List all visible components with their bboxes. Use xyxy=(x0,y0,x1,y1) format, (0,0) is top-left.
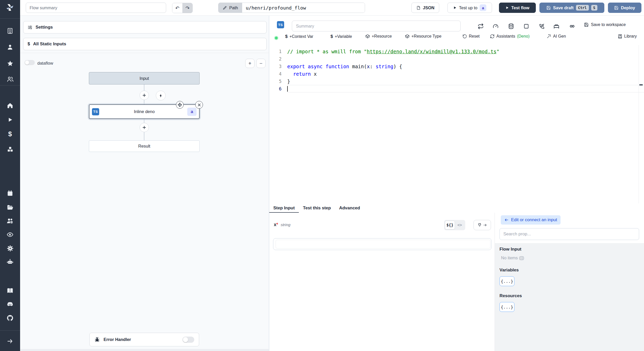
refresh-icon xyxy=(490,34,495,39)
groups-users-cog-icon[interactable] xyxy=(0,217,20,225)
horizontal-scrollbar[interactable] xyxy=(20,349,269,351)
editor-actions-row: $ +Context Var $ +Variable +Resource +Re… xyxy=(269,31,644,45)
error-handler-node[interactable]: Error Handler xyxy=(89,333,199,346)
flow-node-result[interactable]: Result xyxy=(89,140,200,152)
code-line-2[interactable]: 2 xyxy=(269,55,644,63)
windmill-flow-editor: $ xyxy=(0,0,644,351)
path-input[interactable] xyxy=(242,3,365,13)
discord-icon[interactable] xyxy=(0,300,20,309)
settings-gear-icon[interactable] xyxy=(0,244,20,253)
users-icon[interactable] xyxy=(0,75,20,83)
code-line-3[interactable]: 3export async function main(x: string) { xyxy=(269,63,644,70)
concurrency-infinity-icon[interactable] xyxy=(569,23,575,30)
arrow-left-icon xyxy=(504,218,509,222)
dollar-icon: $ xyxy=(285,34,287,39)
code-line-5[interactable]: 5} xyxy=(269,78,644,85)
connect-input-button[interactable] xyxy=(473,220,491,230)
star-icon[interactable] xyxy=(0,59,20,68)
add-resource-button[interactable]: +Resource xyxy=(365,34,392,39)
search-prop-input[interactable] xyxy=(499,228,639,240)
json-button[interactable]: JSON xyxy=(411,3,439,13)
resources-cubes-icon[interactable] xyxy=(0,145,20,153)
dataflow-toggle[interactable] xyxy=(24,60,35,65)
flow-settings-button[interactable]: Settings xyxy=(23,21,267,33)
arg-name: x* xyxy=(274,222,278,227)
workspace-building-icon[interactable] xyxy=(0,27,20,35)
template-mode-button[interactable]: ${} xyxy=(445,221,455,229)
add-step-button[interactable] xyxy=(140,91,149,100)
add-step-button-2[interactable] xyxy=(140,123,149,132)
flow-node-input[interactable]: Input xyxy=(89,72,200,84)
lsp-status-dot xyxy=(275,37,278,39)
typescript-badge: TS xyxy=(92,108,99,115)
flow-summary-input[interactable] xyxy=(26,3,166,13)
code-line-4[interactable]: 4 return x xyxy=(269,70,644,78)
code-editor[interactable]: 1// import * as wmill from "https://deno… xyxy=(269,45,644,203)
code-editor-lines: 1// import * as wmill from "https://deno… xyxy=(269,48,644,92)
code-line-1[interactable]: 1// import * as wmill from "https://deno… xyxy=(269,48,644,55)
add-variable-button[interactable]: $ +Variable xyxy=(331,34,352,39)
suspend-phone-incoming-icon[interactable] xyxy=(538,23,545,30)
runs-play-icon[interactable] xyxy=(0,115,20,124)
plus-icon xyxy=(142,93,147,98)
windmill-logo[interactable] xyxy=(0,3,20,12)
add-context-var-button[interactable]: $ +Context Var xyxy=(285,34,313,39)
plug-icon xyxy=(477,223,482,227)
reset-button[interactable]: Reset xyxy=(462,34,480,39)
zoom-out-button[interactable]: − xyxy=(256,59,266,68)
sleep-bed-icon[interactable] xyxy=(553,23,560,30)
tab-advanced[interactable]: Advanced xyxy=(335,203,364,213)
dataflow-label: dataflow xyxy=(37,61,53,66)
robot-icon[interactable] xyxy=(0,258,20,266)
test-up-to-button[interactable]: Test up to a xyxy=(447,3,492,13)
error-handler-toggle[interactable] xyxy=(182,337,194,343)
tab-test-this-step[interactable]: Test this step xyxy=(299,203,335,213)
save-icon xyxy=(584,22,589,27)
github-icon[interactable] xyxy=(0,314,20,322)
gauge-icon[interactable] xyxy=(492,23,499,30)
code-line-6[interactable]: 6 xyxy=(269,85,644,92)
resources-object-chip[interactable]: {...} xyxy=(499,302,514,312)
ai-gen-button[interactable]: AI Gen xyxy=(547,34,566,39)
folders-icon[interactable] xyxy=(0,203,20,212)
step-summary-input[interactable] xyxy=(292,21,461,31)
home-icon[interactable] xyxy=(0,101,20,110)
undo-button[interactable]: ↶ xyxy=(172,3,182,13)
arg-input-wrapper xyxy=(273,238,492,250)
variables-dollar-icon[interactable]: $ xyxy=(0,130,20,138)
deploy-button[interactable]: Deploy xyxy=(608,3,641,13)
all-static-inputs-button[interactable]: $ All Static Inputs xyxy=(23,38,267,50)
tab-step-input[interactable]: Step Input xyxy=(269,203,299,213)
save-draft-button[interactable]: Save draft Ctrl S xyxy=(539,3,604,13)
cursor-overview-mark xyxy=(639,84,643,85)
audit-eye-icon[interactable] xyxy=(0,230,20,239)
redo-button[interactable]: ↷ xyxy=(182,3,192,13)
variables-object-chip[interactable]: {...} xyxy=(499,276,514,286)
error-handler-label: Error Handler xyxy=(104,337,179,342)
library-button[interactable]: Library xyxy=(618,34,637,39)
add-resource-type-button[interactable]: +Resource Type xyxy=(405,34,442,39)
cache-database-icon[interactable] xyxy=(508,23,514,30)
undo-redo-group: ↶ ↷ xyxy=(172,3,193,13)
save-to-workspace-button[interactable]: Save to workspace xyxy=(584,22,626,27)
add-trigger-button[interactable] xyxy=(156,91,166,100)
path-group: Path xyxy=(218,3,365,13)
test-flow-button[interactable]: Test flow xyxy=(499,3,536,13)
editor-scrollbar[interactable] xyxy=(639,45,644,203)
edit-or-connect-button[interactable]: Edit or connect an input xyxy=(501,215,561,225)
arg-value-input[interactable] xyxy=(276,240,490,248)
retry-repeat-icon[interactable] xyxy=(477,23,484,30)
delete-step-button[interactable] xyxy=(195,101,203,109)
expand-arrow-right-icon[interactable] xyxy=(0,337,20,346)
move-step-button[interactable] xyxy=(176,101,184,109)
assistants-button[interactable]: Assistants (Deno) xyxy=(490,34,530,39)
mock-square-icon[interactable] xyxy=(523,23,530,30)
package-icon xyxy=(405,34,410,39)
step-input-pane: x* string ${} <> xyxy=(269,213,495,351)
docs-book-icon[interactable] xyxy=(0,286,20,295)
arg-header: x* string xyxy=(274,222,290,227)
code-mode-button[interactable]: <> xyxy=(455,221,464,229)
user-icon[interactable] xyxy=(0,43,20,52)
zoom-in-button[interactable]: + xyxy=(245,59,255,68)
schedules-calendar-icon[interactable] xyxy=(0,189,20,198)
